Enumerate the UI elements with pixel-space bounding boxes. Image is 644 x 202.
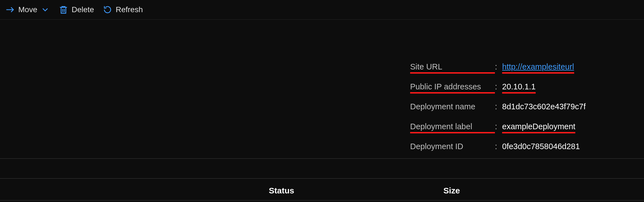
move-label: Move (18, 5, 37, 14)
divider (0, 178, 644, 179)
separator: : (495, 142, 502, 152)
public-ip-value: 20.10.1.1 (502, 82, 536, 92)
deployment-id-value: 0fe3d0c7858046d281 (502, 142, 580, 152)
trash-icon (59, 5, 68, 14)
public-ip-label: Public IP addresses (410, 82, 495, 92)
property-row-deployment-label: Deployment label : exampleDeployment (410, 112, 586, 132)
command-bar: Move Delete Refresh (0, 0, 644, 20)
deployment-name-value: 8d1dc73c602e43f79c7f (502, 102, 586, 112)
chevron-down-icon (40, 5, 50, 14)
delete-label: Delete (71, 5, 94, 14)
divider (0, 158, 644, 159)
separator: : (495, 102, 502, 112)
deployment-id-label: Deployment ID (410, 142, 495, 152)
table-header-row: Status Size (0, 181, 644, 201)
refresh-button[interactable]: Refresh (103, 5, 143, 14)
refresh-label: Refresh (116, 5, 143, 14)
move-button[interactable]: Move (6, 5, 50, 14)
site-url-link[interactable]: http://examplesiteurl (502, 62, 574, 71)
property-row-deployment-name: Deployment name : 8d1dc73c602e43f79c7f (410, 92, 586, 112)
separator: : (495, 62, 502, 72)
separator: : (495, 122, 502, 132)
property-row-public-ip: Public IP addresses : 20.10.1.1 (410, 72, 586, 92)
property-row-deployment-id: Deployment ID : 0fe3d0c7858046d281 (410, 132, 586, 152)
properties-panel: Site URL : http://examplesiteurl Public … (410, 53, 586, 152)
arrow-right-icon (6, 5, 15, 14)
site-url-label: Site URL (410, 62, 495, 72)
property-row-site-url: Site URL : http://examplesiteurl (410, 53, 586, 72)
separator: : (495, 82, 502, 92)
delete-button[interactable]: Delete (59, 5, 94, 14)
deployment-label-value: exampleDeployment (502, 122, 575, 132)
table-header-status[interactable]: Status (269, 181, 443, 200)
deployment-label-label: Deployment label (410, 122, 495, 132)
table-header-size[interactable]: Size (443, 181, 644, 200)
deployment-name-label: Deployment name (410, 102, 495, 112)
refresh-icon (103, 5, 112, 14)
table-header-spacer (0, 181, 269, 200)
site-url-value: http://examplesiteurl (502, 62, 574, 72)
